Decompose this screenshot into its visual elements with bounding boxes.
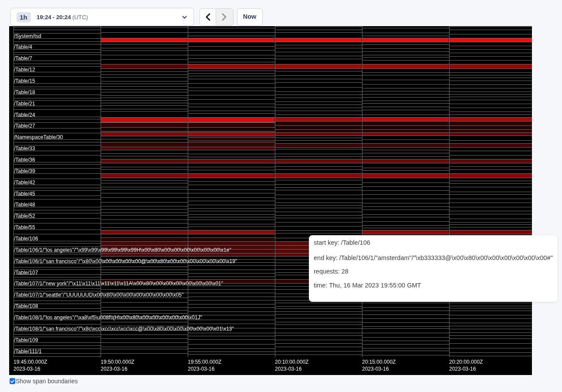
svg-text:2023-03-16: 2023-03-16 [101, 366, 128, 372]
svg-text:2023-03-16: 2023-03-16 [188, 366, 215, 372]
svg-text:20:10:00.000Z: 20:10:00.000Z [275, 359, 308, 365]
svg-text:/Table/42: /Table/42 [14, 179, 35, 186]
svg-text:/Table/24: /Table/24 [14, 112, 35, 118]
svg-text:/Table/108: /Table/108 [14, 303, 38, 309]
svg-text:/Table/106/1/"san francisco"/": /Table/106/1/"san francisco"/"\x80\x00\x… [14, 258, 237, 264]
svg-text:/Table/108/1/"los angeles"/"\x: /Table/108/1/"los angeles"/"\xa8\xf5\u00… [14, 314, 202, 321]
svg-text:/Table/107/1/"seattle"/"UUUUUU: /Table/107/1/"seattle"/"UUUUUUD\x00\x80\… [14, 292, 183, 298]
svg-text:/Table/52: /Table/52 [14, 213, 35, 219]
svg-text:/Table/55: /Table/55 [14, 224, 35, 230]
svg-text:2023-03-16: 2023-03-16 [275, 366, 302, 372]
svg-text:/Table/48: /Table/48 [14, 202, 35, 208]
svg-text:/Table/7: /Table/7 [14, 55, 32, 61]
svg-text:/Table/4: /Table/4 [14, 44, 32, 50]
svg-text:/Table/106: /Table/106 [14, 236, 38, 242]
svg-text:/Table/12: /Table/12 [14, 67, 35, 73]
svg-text:/Table/33: /Table/33 [14, 145, 35, 152]
svg-text:/Table/21: /Table/21 [14, 101, 35, 107]
svg-text:/NamespaceTable/30: /NamespaceTable/30 [14, 134, 63, 140]
svg-text:/Table/36: /Table/36 [14, 157, 35, 163]
svg-text:/Table/109: /Table/109 [14, 337, 38, 343]
svg-text:/Table/18: /Table/18 [14, 89, 35, 95]
svg-text:/System/tsd: /System/tsd [14, 33, 41, 39]
svg-text:/Table/15: /Table/15 [14, 78, 35, 84]
svg-text:19:45:00.000Z: 19:45:00.000Z [14, 359, 47, 365]
svg-text:20:15:00.000Z: 20:15:00.000Z [362, 359, 396, 365]
svg-text:19:50:00.000Z: 19:50:00.000Z [101, 359, 134, 365]
svg-text:2023-03-16: 2023-03-16 [449, 366, 476, 372]
svg-text:/Table/106/1/"los angeles"/"\x: /Table/106/1/"los angeles"/"\x99\x99\x99… [14, 247, 231, 253]
svg-text:/Table/27: /Table/27 [14, 123, 35, 129]
svg-text:19:55:00.000Z: 19:55:00.000Z [188, 359, 221, 365]
svg-text:20:20:00.000Z: 20:20:00.000Z [449, 359, 483, 365]
svg-text:/Table/107/1/"new york"/"\x11\: /Table/107/1/"new york"/"\x11\x11\x11\x1… [14, 280, 223, 287]
svg-text:/Table/108/1/"san francisco"/": /Table/108/1/"san francisco"/"\x8c\xcc\x… [14, 326, 234, 332]
svg-text:/Table/111/1: /Table/111/1 [14, 348, 42, 355]
svg-text:/Table/45: /Table/45 [14, 191, 35, 197]
svg-text:2023-03-16: 2023-03-16 [14, 366, 41, 372]
svg-text:/Table/39: /Table/39 [14, 168, 35, 174]
svg-text:2023-03-16: 2023-03-16 [362, 366, 389, 372]
svg-text:/Table/107: /Table/107 [14, 270, 38, 276]
